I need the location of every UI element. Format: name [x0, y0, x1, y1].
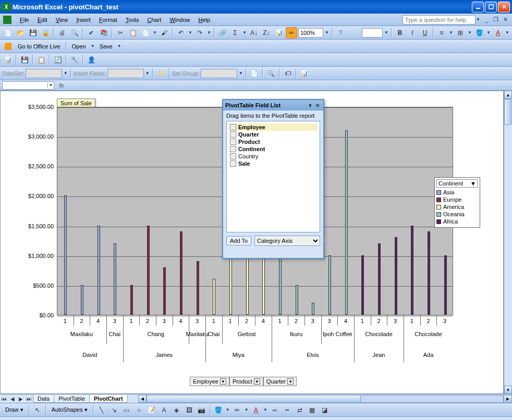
diagram-button[interactable]: ◈ — [171, 404, 182, 416]
legend-item[interactable]: America — [436, 204, 478, 210]
custom-btn-5[interactable]: 🔧 — [69, 54, 80, 66]
draw-menu[interactable]: Draw ▾ — [2, 406, 27, 413]
pv-btn-1[interactable]: 📄 — [249, 68, 260, 79]
sheet-tab-pivotchart[interactable]: PivotChart — [89, 395, 128, 403]
bar[interactable] — [262, 255, 265, 315]
scroll-thumb[interactable] — [504, 99, 511, 125]
bar[interactable] — [114, 243, 116, 315]
clipart-button[interactable]: 🖼 — [184, 404, 195, 416]
mdi-close-button[interactable]: ✕ — [502, 16, 509, 23]
zoom-dropdown[interactable]: ▼ — [324, 30, 330, 35]
fill-dropdown[interactable]: ▼ — [486, 30, 491, 35]
format-painter-button[interactable]: 🖌 — [159, 27, 170, 39]
pivottable-field-list[interactable]: PivotTable Field List ▼ ✕ Drag items to … — [222, 99, 324, 259]
bold-button[interactable]: B — [394, 27, 406, 39]
bar[interactable] — [279, 255, 282, 315]
font-size-input[interactable] — [362, 28, 383, 38]
field-item-employee[interactable]: Employee — [229, 123, 318, 131]
tab-nav-prev[interactable]: ◀ — [8, 394, 17, 403]
fill-color-button[interactable]: 🪣 — [473, 27, 485, 39]
olive-save-button[interactable]: Save — [96, 43, 116, 50]
autoshapes-menu[interactable]: AutoShapes ▾ — [48, 406, 91, 413]
underline-button[interactable]: U — [419, 27, 431, 39]
fontcolor-dropdown[interactable]: ▼ — [505, 30, 510, 35]
insert-fields-input[interactable] — [107, 69, 144, 78]
line-button[interactable]: ╲ — [96, 404, 107, 416]
align-dropdown[interactable]: ▼ — [448, 30, 454, 35]
shadow-button[interactable]: ▦ — [307, 404, 318, 416]
custom-btn-1[interactable]: 📊 — [2, 54, 14, 66]
menu-chart[interactable]: Chart — [143, 15, 165, 24]
drawing-button[interactable]: ✏ — [286, 27, 297, 39]
olive-save-dropdown[interactable]: ▼ — [117, 44, 122, 48]
bar[interactable] — [312, 303, 314, 315]
bar[interactable] — [246, 255, 249, 315]
field-item-sale[interactable]: Sale — [229, 160, 318, 167]
name-box[interactable]: ▼ — [2, 81, 54, 90]
paste-button[interactable]: 📄 — [140, 27, 151, 39]
bar[interactable] — [296, 285, 298, 315]
menu-insert[interactable]: Insert — [72, 15, 95, 24]
undo-button[interactable]: ↶ — [175, 27, 187, 39]
italic-button[interactable]: I — [407, 27, 418, 39]
paste-dropdown[interactable]: ▼ — [152, 30, 157, 35]
fill-color-button-draw[interactable]: 🪣 — [213, 404, 224, 416]
help-search-input[interactable] — [403, 15, 476, 24]
autosum-dropdown[interactable]: ▼ — [242, 30, 247, 35]
menu-help[interactable]: Help — [194, 15, 215, 24]
menu-format[interactable]: Format — [95, 15, 121, 24]
chart-legend[interactable]: Continent ▼ AsiaEuropeAmericaOceaniaAfri… — [434, 177, 480, 228]
menu-view[interactable]: View — [52, 15, 72, 24]
font-color-button-draw[interactable]: A — [250, 404, 262, 416]
bar[interactable] — [361, 255, 364, 315]
drop-field-arrow-icon[interactable]: ▼ — [287, 378, 294, 385]
print-preview-button[interactable]: 🔍 — [69, 27, 80, 39]
add-to-target-select[interactable]: Category Axis — [254, 236, 320, 246]
bar[interactable] — [395, 237, 397, 315]
insert-dropdown[interactable]: ▼ — [145, 71, 150, 76]
fill-color-dropdown-draw[interactable]: ▼ — [225, 407, 230, 412]
pv-btn-3[interactable]: 🏷 — [282, 68, 294, 79]
sheet-tab-data[interactable]: Data — [33, 395, 54, 403]
vertical-scrollbar[interactable]: ▲ ▼ — [504, 91, 512, 394]
fx-label[interactable]: fx — [56, 82, 67, 89]
help-dropdown-icon[interactable]: ▼ — [476, 17, 481, 22]
legend-title-row[interactable]: Continent ▼ — [436, 179, 478, 188]
borders-dropdown[interactable]: ▼ — [467, 30, 472, 35]
bar[interactable] — [64, 195, 67, 315]
chart-wizard-button[interactable]: 📊 — [273, 27, 285, 39]
menu-tools[interactable]: Tools — [121, 15, 143, 24]
add-to-button[interactable]: Add To — [226, 236, 251, 245]
field-list-box[interactable]: EmployeeQuarterProductContinentCountrySa… — [226, 121, 320, 232]
legend-item[interactable]: Oceania — [436, 211, 478, 217]
borders-button[interactable]: ⊞ — [455, 27, 466, 39]
custom-btn-3[interactable]: 📋 — [35, 54, 47, 66]
bar[interactable] — [345, 130, 348, 315]
sort-asc-button[interactable]: A↓ — [248, 27, 260, 39]
mdi-minimize-button[interactable]: _ — [483, 16, 490, 23]
redo-button[interactable]: ↷ — [194, 27, 205, 39]
bar[interactable] — [130, 285, 133, 315]
spelling-button[interactable]: ✔ — [86, 27, 97, 39]
align-button[interactable]: ≡ — [436, 27, 447, 39]
research-button[interactable]: 📚 — [98, 27, 109, 39]
scroll-down-button[interactable]: ▼ — [504, 386, 512, 394]
field-list-close-icon[interactable]: ✕ — [314, 102, 321, 109]
bar[interactable] — [428, 231, 430, 315]
name-box-dropdown-icon[interactable]: ▼ — [47, 83, 54, 88]
tab-nav-next[interactable]: ▶ — [17, 394, 25, 403]
new-button[interactable]: 📄 — [2, 27, 14, 39]
officelive-icon[interactable]: 🟧 — [2, 41, 14, 52]
maximize-button[interactable] — [485, 2, 497, 13]
copy-button[interactable]: 📋 — [127, 27, 139, 39]
legend-item[interactable]: Asia — [436, 189, 478, 195]
wand-button[interactable]: ✨ — [155, 68, 167, 79]
bar[interactable] — [197, 261, 199, 315]
tab-nav-last[interactable]: ⏭ — [25, 394, 33, 403]
mdi-restore-button[interactable]: ❐ — [492, 16, 499, 23]
dash-style-button[interactable]: ┅ — [282, 404, 293, 416]
menu-file[interactable]: File — [16, 15, 33, 24]
bar[interactable] — [81, 285, 83, 315]
font-color-dropdown-draw[interactable]: ▼ — [263, 407, 268, 412]
scroll-up-button[interactable]: ▲ — [504, 91, 512, 99]
